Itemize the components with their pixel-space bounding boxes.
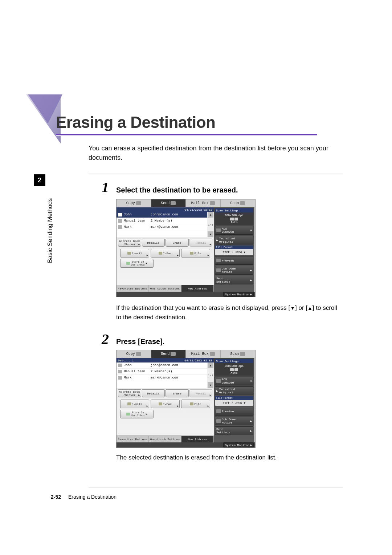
job-done-button[interactable]: Job Done Notice▶: [215, 417, 253, 425]
side-label-text: Basic Sending Methods: [46, 198, 54, 263]
destination-row[interactable]: Mark mark@canon.com: [117, 224, 214, 230]
onetouch-tab[interactable]: One-touch Buttons: [149, 436, 181, 442]
email-button[interactable]: E-mail▶: [120, 249, 149, 258]
scan-settings-title: Scan Settings: [215, 208, 253, 212]
ifax-button[interactable]: I-Fax▶: [151, 249, 180, 258]
top-tab-copy[interactable]: Copy: [117, 199, 151, 207]
acs-button[interactable]: ACS 200x200▼: [215, 377, 253, 385]
system-monitor-bar: System Monitor▶: [117, 442, 255, 447]
new-address-tab[interactable]: New Address: [181, 436, 214, 442]
down-triangle-icon: ▼: [290, 305, 295, 311]
erase-button[interactable]: Erase: [166, 239, 189, 247]
notice-icon: [216, 268, 221, 272]
system-monitor-button[interactable]: System Monitor▶: [223, 292, 254, 297]
favorites-tab[interactable]: Favorites Buttons: [117, 436, 149, 442]
file-icon: [190, 252, 193, 255]
scroll-up-button[interactable]: ▲: [208, 362, 213, 368]
copy-icon: [136, 352, 141, 356]
job-done-button[interactable]: Job Done Notice▶: [215, 266, 253, 275]
scroll-down-button[interactable]: ▼: [208, 231, 213, 237]
details-button[interactable]: Details: [142, 239, 165, 247]
destination-row[interactable]: Manual team 2 Member(s): [117, 369, 214, 375]
file-button[interactable]: File▶: [181, 249, 210, 258]
page-number: 2-52: [51, 494, 61, 500]
file-format-select[interactable]: TIFF / JPEG ▼: [215, 400, 253, 406]
details-button[interactable]: Details: [142, 389, 165, 397]
step-2-note: The selected destination is erased from …: [116, 454, 341, 461]
ifax-button[interactable]: I-Fax▶: [151, 400, 180, 408]
preview-button[interactable]: Preview: [215, 256, 253, 265]
doc-icon: [230, 218, 234, 220]
file-button[interactable]: File▶: [181, 400, 210, 408]
store-in-inbox-button[interactable]: Store In Usr Inbox▶: [120, 410, 154, 418]
left-panel: 04/01/2003 02:53 John john@canon.com Man…: [117, 207, 214, 292]
divider-bottom: [89, 487, 343, 487]
send-settings-button[interactable]: Send Settings▶: [215, 276, 253, 284]
mailbox-icon: [210, 201, 215, 205]
page-count: 1/1: [208, 374, 213, 377]
address-book-button[interactable]: Address Book /Server▶: [118, 239, 141, 247]
scan-settings-summary: 200x200 dpi Auto: [215, 212, 253, 225]
doc-icon: [234, 218, 238, 220]
erase-button[interactable]: Erase: [166, 389, 189, 397]
system-monitor-bar: System Monitor▶: [117, 292, 255, 297]
side-label: Basic Sending Methods: [46, 191, 54, 271]
onetouch-tab[interactable]: One-touch Buttons: [149, 285, 181, 292]
destination-row[interactable]: Mark mark@canon.com: [117, 375, 214, 381]
destination-row[interactable]: Manual team 2 Member(s): [117, 218, 214, 224]
store-in-inbox-button[interactable]: Store In Usr Inbox▶: [120, 259, 154, 268]
file-format-title: File Format: [215, 246, 253, 249]
scroll-up-button[interactable]: ▲: [208, 212, 213, 218]
footer-title: Erasing a Destination: [68, 494, 117, 500]
preview-icon: [216, 409, 221, 413]
top-tab-copy[interactable]: Copy: [117, 350, 151, 358]
scan-icon: [240, 352, 245, 356]
destination-row-selected[interactable]: John john@canon.com: [117, 212, 214, 218]
file-format-title: File Format: [215, 396, 253, 400]
page-count: 1/1: [208, 223, 213, 226]
step-1-heading: Select the destination to be erased.: [116, 186, 238, 194]
top-tab-send[interactable]: Send: [151, 199, 186, 207]
two-sided-button[interactable]: ▶Two-sided Original: [215, 236, 253, 244]
email-icon: [127, 402, 131, 405]
email-icon: [127, 252, 131, 255]
step-2-heading: Press [Erase].: [116, 337, 164, 346]
scan-settings-summary: 200x200 dpi Auto: [215, 363, 253, 376]
two-sided-button[interactable]: ▶Two-sided Original: [215, 386, 253, 395]
file-format-select[interactable]: TIFF / JPEG ▼: [215, 249, 253, 255]
recall-button[interactable]: Recall▶: [189, 389, 213, 397]
top-tab-mailbox[interactable]: Mail Box: [186, 199, 221, 207]
step-1-number: 1: [102, 179, 109, 196]
mailbox-icon: [210, 352, 215, 356]
page-indicator: ▲ 1/1 ▼: [207, 212, 214, 237]
group-icon: [118, 219, 122, 223]
destination-row[interactable]: John john@canon.com: [117, 362, 214, 369]
preview-button[interactable]: Preview: [215, 407, 253, 416]
new-address-tab[interactable]: New Address: [181, 285, 214, 292]
destination-list: John john@canon.com Manual team 2 Member…: [117, 362, 214, 388]
status-bar: Dest. : 1 04/01/2003 02:53: [117, 358, 214, 362]
system-monitor-button[interactable]: System Monitor▶: [223, 442, 254, 447]
right-panel: Scan Settings 200x200 dpi Auto ACS 200x2…: [214, 358, 254, 442]
email-button[interactable]: E-mail▶: [120, 400, 149, 408]
up-triangle-icon: ▲: [307, 305, 313, 311]
acs-button[interactable]: ACS 200x200▼: [215, 226, 253, 235]
top-tab-scan[interactable]: Scan: [221, 350, 256, 358]
scan-icon: [240, 201, 245, 205]
top-tab-scan[interactable]: Scan: [221, 199, 256, 207]
status-bar: 04/01/2003 02:53: [117, 207, 214, 212]
send-settings-button[interactable]: Send Settings▶: [215, 426, 253, 435]
scroll-down-button[interactable]: ▼: [208, 382, 213, 388]
copy-icon: [136, 201, 141, 205]
group-icon: [118, 370, 122, 373]
favorites-tab[interactable]: Favorites Buttons: [117, 285, 149, 292]
top-tab-mailbox[interactable]: Mail Box: [186, 350, 221, 358]
doc-icon: [230, 368, 234, 371]
file-icon: [190, 402, 193, 405]
send-icon: [171, 201, 176, 205]
page-footer: 2-52 Erasing a Destination: [51, 494, 117, 500]
divider-top: [89, 174, 343, 174]
top-tab-send[interactable]: Send: [151, 350, 186, 358]
address-book-button[interactable]: Address Book /Server▶: [118, 389, 141, 397]
recall-button[interactable]: Recall▶: [189, 239, 213, 247]
